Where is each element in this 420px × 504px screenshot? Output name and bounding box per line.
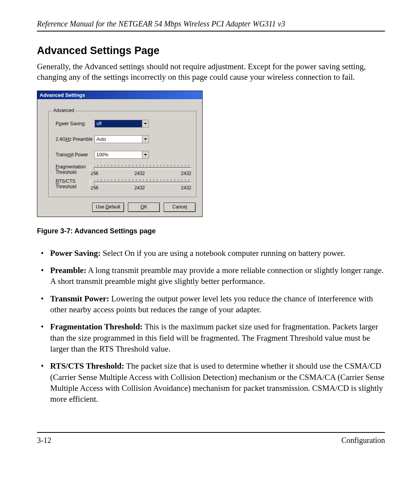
list-item: Power Saving: Select On if you are using… xyxy=(37,248,385,259)
page-number: 3-12 xyxy=(37,436,51,445)
rtscts-slider[interactable]: 256 2432 2432 xyxy=(91,178,191,191)
term: Power Saving: xyxy=(50,248,101,258)
ok-button[interactable]: OK xyxy=(128,203,160,212)
dialog-button-row: Use Default OK Cancel xyxy=(48,203,196,212)
chevron-down-icon[interactable] xyxy=(142,151,149,158)
rtscts-label: RTS/CTSThreshold xyxy=(56,178,91,190)
definitions-list: Power Saving: Select On if you are using… xyxy=(37,248,385,405)
dialog-titlebar: Advanced Settings xyxy=(37,91,202,99)
frag-mid: 2432 xyxy=(135,171,145,176)
page-footer: 3-12 Configuration xyxy=(37,432,385,445)
preamble-label: 2.4GHz Preamble xyxy=(56,136,94,142)
list-item: Fragmentation Threshold: This is the max… xyxy=(37,321,385,354)
slider-thumb-icon[interactable] xyxy=(90,180,94,187)
power-saving-value: off xyxy=(95,120,142,127)
preamble-row: 2.4GHz Preamble Auto xyxy=(56,135,191,143)
transmit-power-dropdown[interactable]: 100% xyxy=(94,151,149,159)
chevron-down-icon[interactable] xyxy=(142,120,149,127)
term: Preamble: xyxy=(50,266,86,275)
cancel-button[interactable]: Cancel xyxy=(164,203,196,212)
power-saving-label: Power Saving: xyxy=(56,121,94,126)
frag-max: 2432 xyxy=(181,171,191,176)
term: RTS/CTS Threshold: xyxy=(50,361,124,371)
running-header: Reference Manual for the NETGEAR 54 Mbps… xyxy=(37,19,385,28)
fragmentation-row: FragmentationThreshold 256 2432 2432 xyxy=(56,164,191,176)
slider-thumb-icon[interactable] xyxy=(90,165,94,172)
dialog-body: Advanced Power Saving: off 2.4GHz Preamb… xyxy=(37,99,202,217)
groupbox-title: Advanced xyxy=(52,108,75,113)
transmit-power-value: 100% xyxy=(95,151,142,158)
definition-text: A long transmit preamble may provide a m… xyxy=(50,266,383,286)
advanced-groupbox: Advanced Power Saving: off 2.4GHz Preamb… xyxy=(48,111,196,197)
advanced-settings-dialog: Advanced Settings Advanced Power Saving:… xyxy=(37,91,203,217)
transmit-power-row: Transmit Power 100% xyxy=(56,151,191,159)
fragmentation-label: FragmentationThreshold xyxy=(56,164,91,175)
header-rule xyxy=(37,31,385,32)
definition-text: Select On if you are using a notebook co… xyxy=(101,248,345,258)
term: Fragmentation Threshold: xyxy=(50,322,143,331)
intro-paragraph: Generally, the Advanced settings should … xyxy=(37,61,385,83)
preamble-value: Auto xyxy=(95,136,142,143)
use-default-button[interactable]: Use Default xyxy=(92,203,124,212)
footer-section: Configuration xyxy=(341,436,385,445)
term: Transmit Power: xyxy=(50,294,109,303)
transmit-power-label: Transmit Power xyxy=(56,152,94,158)
chevron-down-icon[interactable] xyxy=(142,136,149,143)
section-title: Advanced Settings Page xyxy=(37,45,385,57)
power-saving-dropdown[interactable]: off xyxy=(94,120,149,128)
fragmentation-slider[interactable]: 256 2432 2432 xyxy=(91,164,191,176)
list-item: RTS/CTS Threshold: The packet size that … xyxy=(37,360,385,404)
preamble-dropdown[interactable]: Auto xyxy=(94,135,149,143)
rtscts-mid: 2432 xyxy=(135,185,145,191)
rtscts-max: 2432 xyxy=(181,185,191,191)
figure-caption: Figure 3-7: Advanced Settings page xyxy=(37,227,385,235)
power-saving-row: Power Saving: off xyxy=(56,120,191,128)
list-item: Preamble: A long transmit preamble may p… xyxy=(37,265,385,287)
rtscts-row: RTS/CTSThreshold 256 2432 2432 xyxy=(56,178,191,191)
list-item: Transmit Power: Lowering the output powe… xyxy=(37,293,385,315)
